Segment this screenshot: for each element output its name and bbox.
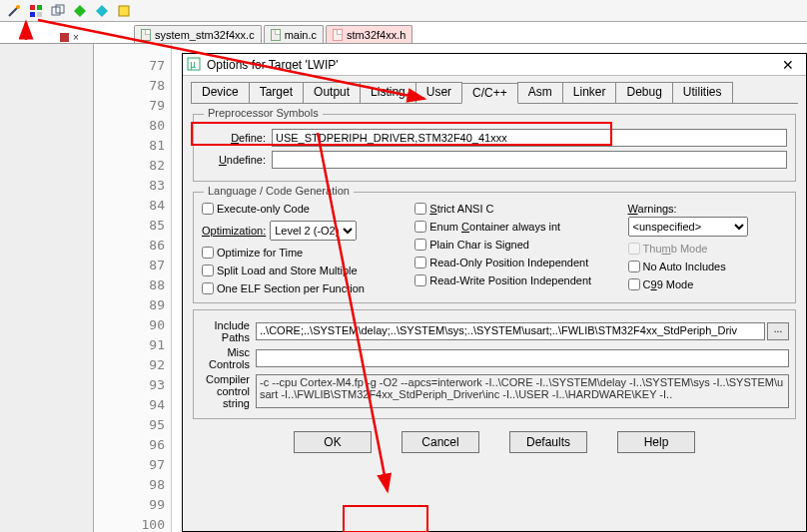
line-number: 91 [94,335,165,355]
ok-button[interactable]: OK [294,431,372,453]
thumb-mode-checkbox: Thumb Mode [628,243,787,255]
svg-marker-8 [74,5,86,17]
run-icon[interactable] [94,3,110,19]
windows-icon[interactable] [50,3,66,19]
file-tab-label: stm32f4xx.h [347,29,405,41]
codegen-group: Language / Code Generation Execute-only … [193,192,796,303]
define-input[interactable] [272,129,787,147]
line-number: 95 [94,415,165,435]
file-manage-icon[interactable] [116,3,132,19]
close-button[interactable]: ✕ [774,57,802,73]
h-file-icon [333,29,343,41]
tab-linker[interactable]: Linker [562,82,617,103]
strict-ansi-checkbox[interactable]: Strict ANSI C [414,203,623,215]
line-number: 78 [94,76,165,96]
file-tab-label: system_stm32f4xx.c [155,29,255,41]
no-auto-includes-checkbox[interactable]: No Auto Includes [628,261,787,272]
line-number: 90 [94,315,165,335]
include-browse-button[interactable]: ... [767,322,789,340]
tab-close-x[interactable]: × [73,32,79,43]
annotation-ok-highlight [343,505,428,532]
line-number: 77 [94,56,165,76]
svg-rect-10 [119,6,129,16]
line-number: 79 [94,96,165,116]
file-tab-stm32f4xx[interactable]: stm32f4xx.h [326,25,412,43]
plain-char-checkbox[interactable]: Plain Char is Signed [414,239,623,251]
dialog-titlebar[interactable]: µ Options for Target 'LWIP' ✕ [183,54,806,76]
compiler-string-label: Compilercontrolstring [200,373,256,409]
tab-ccpp[interactable]: C/C++ [461,83,518,104]
file-tab-system[interactable]: system_stm32f4xx.c [134,25,262,43]
svg-rect-5 [37,12,42,17]
preprocessor-group: Preprocessor Symbols Define: Undefine: [193,114,796,182]
line-number: 96 [94,435,165,455]
c-file-icon [141,29,151,41]
build-icon[interactable] [72,3,88,19]
file-tab-label: main.c [285,29,317,41]
optimize-time-checkbox[interactable]: Optimize for Time [202,247,410,259]
preprocessor-group-title: Preprocessor Symbols [204,107,323,119]
line-number: 98 [94,475,165,495]
svg-rect-4 [30,12,35,17]
line-number: 99 [94,495,165,515]
wand-icon[interactable] [6,3,22,19]
svg-rect-3 [37,5,42,10]
dialog-title: Options for Target 'LWIP' [207,58,774,72]
line-number: 81 [94,136,165,156]
keil-icon: µ [187,57,201,73]
svg-marker-9 [96,5,108,17]
compiler-string-output: -c --cpu Cortex-M4.fp -g -O2 --apcs=inte… [256,374,789,408]
line-number: 84 [94,196,165,216]
one-elf-checkbox[interactable]: One ELF Section per Function [202,282,410,294]
undefine-label: Undefine: [202,154,272,166]
help-button[interactable]: Help [617,431,695,453]
line-number-gutter: 7778798081828384858687888990919293949596… [94,44,172,532]
optimization-select[interactable]: Level 2 (-O2) [270,221,357,241]
file-tab-main[interactable]: main.c [264,25,324,43]
svg-point-1 [16,5,20,9]
split-load-checkbox[interactable]: Split Load and Store Multiple [202,265,410,276]
line-number: 93 [94,375,165,395]
ro-pos-checkbox[interactable]: Read-Only Position Independent [414,257,623,268]
c-file-icon [271,29,281,41]
enum-int-checkbox[interactable]: Enum Container always int [414,221,623,233]
include-paths-label: IncludePaths [200,319,256,343]
optimization-label: Optimization: [202,225,266,237]
tab-output[interactable]: Output [303,82,361,103]
options-dialog: µ Options for Target 'LWIP' ✕ Device Tar… [182,53,807,532]
paths-group: IncludePaths ..\CORE;..\SYSTEM\delay;..\… [193,309,796,419]
undefine-input[interactable] [272,151,787,169]
misc-controls-input[interactable] [256,349,789,367]
line-number: 88 [94,275,165,295]
cancel-button[interactable]: Cancel [402,431,479,453]
line-number: 97 [94,455,165,475]
target-options-icon[interactable] [28,3,44,19]
c99-mode-checkbox[interactable]: C99 Mode [628,278,787,290]
line-number: 83 [94,176,165,196]
defaults-button[interactable]: Defaults [509,431,587,453]
tab-listing[interactable]: Listing [360,82,416,103]
file-tab-bar: × system_stm32f4xx.c main.c stm32f4xx.h [0,22,807,44]
main-toolbar [0,0,807,22]
tab-utilities[interactable]: Utilities [672,82,733,103]
line-number: 87 [94,256,165,275]
execute-only-checkbox[interactable]: Execute-only Code [202,203,410,215]
warnings-select[interactable]: <unspecified> [628,217,748,237]
tab-debug[interactable]: Debug [615,82,672,103]
rw-pos-checkbox[interactable]: Read-Write Position Independent [414,274,623,286]
tab-target[interactable]: Target [249,82,304,103]
pin-icon[interactable] [60,33,69,42]
svg-text:µ: µ [190,59,196,70]
tab-user[interactable]: User [415,82,462,103]
line-number: 89 [94,295,165,315]
warnings-label: Warnings: [628,203,677,215]
tab-device[interactable]: Device [191,82,250,103]
tab-asm[interactable]: Asm [517,82,563,103]
line-number: 92 [94,355,165,375]
include-paths-input[interactable]: ..\CORE;..\SYSTEM\delay;..\SYSTEM\sys;..… [256,322,765,340]
misc-controls-label: MiscControls [200,346,256,370]
line-number: 94 [94,395,165,415]
line-number: 82 [94,156,165,176]
dialog-tab-bar: Device Target Output Listing User C/C++ … [191,82,798,104]
line-number: 100 [94,515,165,532]
